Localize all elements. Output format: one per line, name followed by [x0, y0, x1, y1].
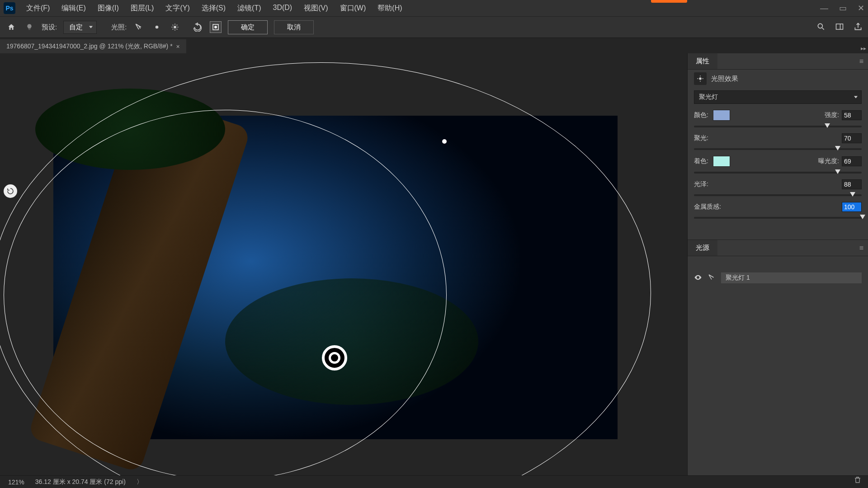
document-tab-bar: 19766807_194341947000_2.jpg @ 121% (光效, …: [0, 38, 868, 53]
image-content-foliage: [225, 278, 478, 405]
light-item-name[interactable]: 聚光灯 1: [721, 272, 862, 283]
cancel-button[interactable]: 取消: [274, 20, 314, 34]
lightbulb-icon[interactable]: [24, 21, 35, 33]
menu-layer[interactable]: 图层(L): [127, 2, 158, 15]
status-bar: 121% 36.12 厘米 x 20.74 厘米 (72 ppi) 〉: [0, 475, 868, 488]
intensity-value[interactable]: 58: [842, 110, 862, 120]
document-canvas[interactable]: [53, 116, 618, 439]
properties-tab[interactable]: 属性: [688, 53, 717, 69]
lights-panel: 光源 ≡ 聚光灯 1: [688, 239, 868, 286]
prop-spot-row: 聚光: 70: [688, 130, 868, 153]
prop-metal-row: 金属质感: 100: [688, 199, 868, 221]
menu-select[interactable]: 选择(S): [198, 2, 229, 15]
image-content-foliage: [35, 89, 225, 170]
color-label: 颜色:: [694, 111, 708, 119]
svg-point-3: [215, 26, 217, 28]
expand-flyout-icon[interactable]: ▸▸: [861, 45, 866, 52]
light-center-dot: [329, 352, 340, 364]
right-panel: 属性 ≡ 光照效果 聚光灯 颜色: 强度: 58 聚光:: [687, 53, 868, 475]
light-center-handle[interactable]: [322, 345, 347, 371]
window-controls: — ▭ ✕: [820, 0, 864, 16]
color-swatch[interactable]: [713, 110, 730, 121]
pointlight-icon[interactable]: [151, 21, 163, 33]
menu-filter[interactable]: 滤镜(T): [234, 2, 264, 15]
gloss-value[interactable]: 88: [842, 179, 862, 189]
minimize-icon[interactable]: —: [820, 4, 828, 13]
canvas-area[interactable]: [0, 53, 687, 475]
menu-file[interactable]: 文件(F): [23, 2, 53, 15]
prop-gloss-row: 光泽: 88: [688, 176, 868, 199]
app-logo: Ps: [4, 2, 15, 14]
svg-rect-5: [836, 24, 843, 29]
rotate-widget[interactable]: [4, 184, 17, 198]
svg-point-6: [699, 77, 701, 80]
preset-dropdown[interactable]: 自定: [63, 21, 97, 34]
zoom-level[interactable]: 121%: [8, 479, 24, 486]
maximize-icon[interactable]: ▭: [839, 3, 847, 13]
reset-icon[interactable]: [192, 21, 203, 33]
light-label: 光照:: [111, 23, 127, 32]
intensity-slider[interactable]: [694, 126, 862, 127]
lights-tab[interactable]: 光源: [688, 240, 717, 256]
prop-tint-row: 着色: 曝光度: 69: [688, 153, 868, 176]
close-icon[interactable]: ✕: [858, 3, 864, 13]
gloss-slider[interactable]: [694, 194, 862, 196]
ok-button[interactable]: 确定: [228, 20, 268, 34]
exposure-slider[interactable]: [694, 172, 862, 174]
search-icon[interactable]: [816, 22, 826, 33]
cloud-sync-indicator: [651, 0, 687, 3]
menu-bar: 文件(F) 编辑(E) 图像(I) 图层(L) 文字(Y) 选择(S) 滤镜(T…: [23, 2, 406, 15]
light-handle[interactable]: [442, 139, 447, 144]
title-bar: Ps 文件(F) 编辑(E) 图像(I) 图层(L) 文字(Y) 选择(S) 滤…: [0, 0, 868, 16]
trash-icon[interactable]: [854, 476, 862, 485]
spot-label: 聚光:: [694, 134, 708, 142]
intensity-label: 强度:: [825, 111, 839, 119]
menu-type[interactable]: 文字(Y): [162, 2, 193, 15]
tint-swatch[interactable]: [713, 156, 730, 167]
home-icon[interactable]: [5, 21, 17, 33]
metal-label: 金属质感:: [694, 203, 721, 211]
svg-point-1: [174, 26, 176, 28]
preset-label: 预设:: [42, 23, 57, 32]
infinitelight-icon[interactable]: [169, 21, 181, 33]
visibility-icon[interactable]: [694, 273, 702, 283]
tint-label: 着色:: [694, 157, 708, 165]
workspace: 属性 ≡ 光照效果 聚光灯 颜色: 强度: 58 聚光:: [0, 53, 868, 475]
spotlight-type-icon: [708, 273, 716, 283]
light-list-item[interactable]: 聚光灯 1: [688, 270, 868, 286]
effect-title-row: 光照效果: [688, 70, 868, 88]
panel-menu-icon[interactable]: ≡: [859, 244, 863, 252]
prop-color-row: 颜色: 强度: 58: [688, 107, 868, 130]
menu-help[interactable]: 帮助(H): [374, 2, 406, 15]
svg-point-0: [156, 26, 159, 29]
light-type-dropdown[interactable]: 聚光灯: [694, 90, 862, 104]
close-tab-icon[interactable]: ×: [176, 43, 180, 50]
spot-value[interactable]: 70: [842, 133, 862, 143]
document-info[interactable]: 36.12 厘米 x 20.74 厘米 (72 ppi): [35, 478, 126, 486]
workspace-icon[interactable]: [835, 23, 844, 32]
info-chevron-icon[interactable]: 〉: [137, 478, 143, 486]
effect-name: 光照效果: [711, 75, 738, 83]
panel-menu-icon[interactable]: ≡: [859, 57, 863, 66]
svg-point-4: [818, 23, 822, 28]
options-bar: 预设: 自定 光照: 确定 取消: [0, 16, 868, 38]
exposure-value[interactable]: 69: [842, 156, 862, 166]
spotlight-icon[interactable]: [133, 21, 145, 33]
preview-toggle-icon[interactable]: [210, 21, 222, 33]
menu-edit[interactable]: 编辑(E): [58, 2, 89, 15]
share-icon[interactable]: [854, 22, 863, 33]
metal-slider[interactable]: [694, 217, 862, 219]
spot-slider[interactable]: [694, 148, 862, 150]
menu-3d[interactable]: 3D(D): [269, 2, 296, 15]
lighting-effect-icon: [694, 72, 707, 85]
menu-view[interactable]: 视图(V): [300, 2, 331, 15]
menu-image[interactable]: 图像(I): [94, 2, 123, 15]
document-tab[interactable]: 19766807_194341947000_2.jpg @ 121% (光效, …: [0, 39, 186, 54]
metal-value[interactable]: 100: [842, 202, 862, 212]
menu-window[interactable]: 窗口(W): [336, 2, 370, 15]
exposure-label: 曝光度:: [818, 157, 839, 165]
document-tab-title: 19766807_194341947000_2.jpg @ 121% (光效, …: [6, 42, 173, 51]
properties-panel-header: 属性 ≡: [688, 53, 868, 70]
gloss-label: 光泽:: [694, 180, 708, 188]
